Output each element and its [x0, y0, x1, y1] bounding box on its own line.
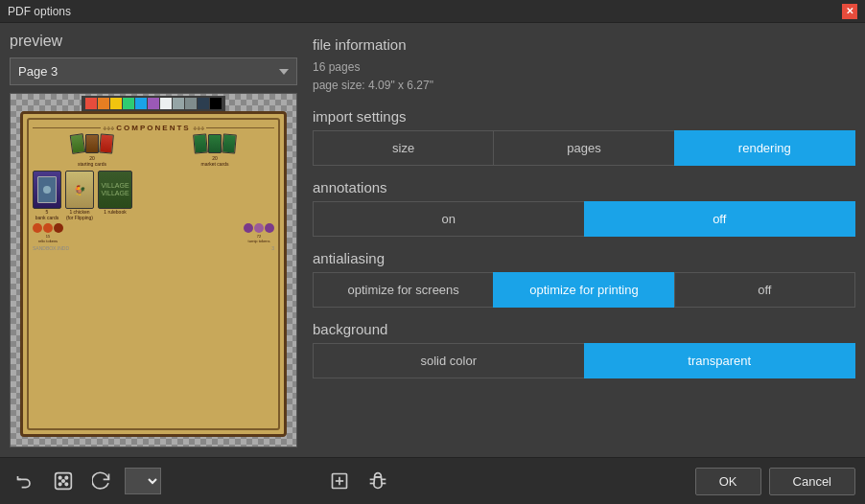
bank-section: 5bank cards 🐓 1 chicken(for Flipping) VI…	[33, 171, 274, 220]
components-title: COMPONENTS	[116, 124, 190, 132]
market-cards-display	[194, 134, 236, 153]
tokens-row: 15relic tokens 72turnip tokens	[33, 223, 274, 243]
chicken-label: 1 chicken(for Flipping)	[66, 209, 93, 220]
bug-button[interactable]	[362, 466, 393, 496]
import-settings-section: import settings size pages rendering	[313, 108, 855, 166]
svg-point-4	[58, 483, 61, 486]
reset-button[interactable]	[86, 466, 117, 496]
relic-tokens-display	[33, 223, 63, 233]
preview-panel: preview Page 3 Page 1 Page 2 Page 4 Page…	[10, 33, 297, 447]
page-info-left: SANDBOX.INDD	[33, 245, 69, 251]
preview-image: ❖❖❖ COMPONENTS ❖❖❖ 20	[10, 93, 297, 447]
starting-cards-label: 20starting cards	[78, 155, 106, 167]
annotations-section: annotations on off	[313, 179, 855, 237]
page-select-wrapper: Page 3 Page 1 Page 2 Page 4 Page 5	[10, 57, 297, 85]
cancel-button[interactable]: Cancel	[769, 468, 855, 495]
starting-cards-item: 20starting cards	[33, 134, 152, 167]
turnip-tokens-display	[244, 223, 274, 233]
ok-button[interactable]: OK	[695, 468, 761, 495]
preview-title: preview	[10, 33, 297, 50]
color-swatches	[82, 96, 225, 111]
relic-tokens-group: 15relic tokens	[33, 223, 63, 243]
bank-card-display	[33, 171, 61, 209]
antialiasing-printing[interactable]: optimize for printing	[493, 272, 673, 308]
rulebook-label: 1 rulebook	[104, 209, 126, 215]
bottom-toolbar: OK Cancel	[0, 457, 865, 504]
market-cards-item: 20market cards	[155, 134, 274, 167]
file-info-section: file information 16 pages page size: 4.0…	[313, 36, 855, 95]
antialiasing-screens[interactable]: optimize for screens	[313, 272, 493, 308]
card-inner: ❖❖❖ COMPONENTS ❖❖❖ 20	[27, 118, 280, 430]
file-info-pages: 16 pages	[313, 58, 855, 77]
undo-button[interactable]	[10, 466, 40, 496]
turnip-tokens-label: 72turnip tokens	[248, 234, 270, 243]
background-options: solid color transparent	[313, 343, 855, 378]
annotations-off[interactable]: off	[584, 201, 856, 237]
page-info-bar: SANDBOX.INDD 3	[33, 245, 274, 251]
tab-pages[interactable]: pages	[493, 130, 673, 166]
dice-button[interactable]	[48, 466, 79, 496]
page-select[interactable]: Page 3 Page 1 Page 2 Page 4 Page 5	[10, 57, 297, 85]
annotations-on[interactable]: on	[313, 201, 584, 237]
relic-tokens-label: 15relic tokens	[38, 234, 58, 243]
market-cards-label: 20market cards	[201, 155, 229, 167]
background-section: background solid color transparent	[313, 321, 855, 378]
close-button[interactable]: ✕	[842, 4, 857, 19]
cards-grid: 20starting cards 20market cards	[33, 134, 274, 167]
antialiasing-title: antialiasing	[313, 250, 855, 266]
import-settings-title: import settings	[313, 108, 855, 125]
starting-cards-display	[71, 134, 113, 153]
chicken-card-display: 🐓	[65, 171, 94, 209]
file-info-title: file information	[313, 36, 855, 53]
toolbar-dropdown[interactable]	[125, 468, 161, 494]
settings-panel: file information 16 pages page size: 4.0…	[313, 33, 855, 447]
card-page-content: ❖❖❖ COMPONENTS ❖❖❖ 20	[20, 111, 287, 437]
bank-cards-label: 5bank cards	[35, 209, 58, 220]
dialog-title: PDF options	[8, 5, 71, 18]
background-transparent[interactable]: transparent	[584, 343, 856, 378]
file-info-size: page size: 4.09" x 6.27"	[313, 77, 855, 95]
svg-point-2	[65, 476, 68, 479]
add-button[interactable]	[324, 466, 355, 496]
background-solid[interactable]: solid color	[313, 343, 584, 378]
turnip-tokens-group: 72turnip tokens	[244, 223, 274, 243]
annotations-title: annotations	[313, 179, 855, 195]
antialiasing-options: optimize for screens optimize for printi…	[313, 272, 855, 308]
antialiasing-section: antialiasing optimize for screens optimi…	[313, 250, 855, 308]
tab-size[interactable]: size	[313, 130, 493, 166]
page-info-right: 3	[271, 245, 274, 251]
annotations-options: on off	[313, 201, 855, 237]
title-bar: PDF options ✕	[0, 0, 865, 23]
antialiasing-off[interactable]: off	[674, 272, 855, 308]
rulebook-display: VILLAGEVILLAGE	[98, 171, 132, 209]
svg-point-1	[58, 476, 61, 479]
main-content: preview Page 3 Page 1 Page 2 Page 4 Page…	[0, 23, 865, 457]
dropdown-wrapper	[125, 468, 316, 494]
tab-rendering[interactable]: rendering	[674, 130, 855, 166]
background-title: background	[313, 321, 855, 337]
svg-point-3	[62, 480, 65, 483]
import-settings-tabs: size pages rendering	[313, 130, 855, 166]
svg-point-5	[65, 483, 68, 486]
